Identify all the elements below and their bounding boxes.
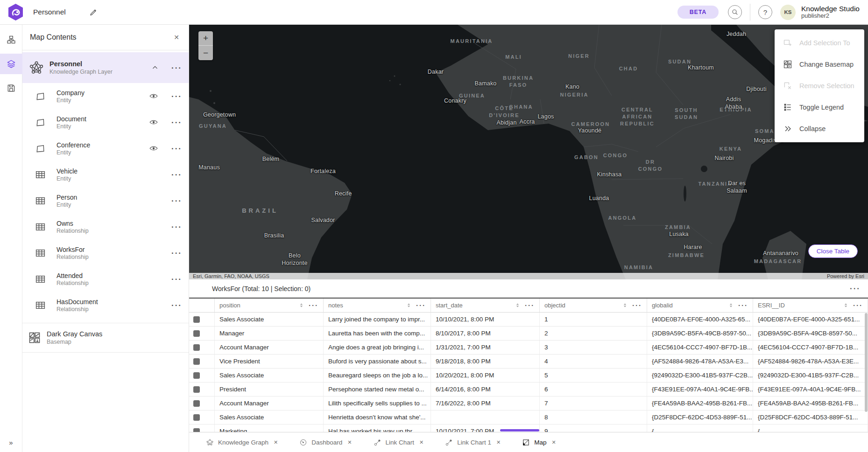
column-options-icon[interactable]: ··· bbox=[309, 302, 318, 309]
sort-icon[interactable] bbox=[515, 302, 521, 309]
column-header-start_date: start_date··· bbox=[431, 299, 540, 312]
zoom-in-button[interactable]: + bbox=[198, 31, 213, 46]
layer-options-icon[interactable]: ··· bbox=[171, 92, 182, 100]
column-options-icon[interactable]: ··· bbox=[525, 302, 535, 309]
table-icon bbox=[35, 195, 46, 207]
sort-icon[interactable] bbox=[622, 302, 628, 309]
table-row[interactable]: Sales AssociateLarry joined the company … bbox=[189, 313, 868, 327]
table-row[interactable]: Vice PresidentBuford is very passionate … bbox=[189, 355, 868, 369]
row-checkbox[interactable] bbox=[193, 316, 200, 323]
table-options-icon[interactable]: ··· bbox=[850, 285, 861, 292]
layer-row-conference[interactable]: ConferenceEntity··· bbox=[22, 135, 189, 161]
attribute-table: WorksFor (Total: 10 | Selection: 0) ··· … bbox=[189, 279, 868, 432]
close-table-button[interactable]: Close Table bbox=[808, 244, 858, 258]
table-row[interactable]: Account ManagerAngie does a great job br… bbox=[189, 341, 868, 355]
table-cell: {... bbox=[753, 424, 868, 432]
search-button[interactable] bbox=[728, 5, 742, 19]
layer-row-attended[interactable]: AttendedRelationship··· bbox=[22, 266, 189, 292]
main-region: » Map Contents ✕ Personnel Knowledge Gra… bbox=[0, 25, 868, 452]
row-checkbox[interactable] bbox=[193, 358, 200, 365]
close-panel-icon[interactable]: ✕ bbox=[172, 32, 181, 43]
table-row[interactable]: Sales AssociateBeauregard sleeps on the … bbox=[189, 369, 868, 382]
tab-link-chart[interactable]: Link Chart✕ bbox=[363, 432, 435, 452]
column-options-icon[interactable]: ··· bbox=[738, 302, 748, 309]
table-vertical-scrollbar[interactable] bbox=[865, 313, 868, 431]
save-button[interactable] bbox=[0, 78, 22, 98]
user-avatar[interactable]: KS bbox=[780, 5, 796, 20]
dashboard-tab-icon bbox=[299, 438, 307, 446]
layer-options-icon[interactable]: ··· bbox=[171, 249, 182, 257]
table-cell: {F43E91EE-097A-40A1-9C4E-9FB... bbox=[753, 382, 868, 396]
tab-close-icon[interactable]: ✕ bbox=[495, 438, 501, 446]
layer-options-icon[interactable]: ··· bbox=[171, 145, 182, 153]
zoom-out-button[interactable]: − bbox=[198, 46, 213, 60]
knowledge-graph-layer-icon bbox=[29, 60, 44, 75]
table-row[interactable]: ManagerLauretta has been with the comp..… bbox=[189, 327, 868, 341]
sort-icon[interactable] bbox=[406, 302, 412, 309]
layer-row-hasdocument[interactable]: HasDocumentRelationship··· bbox=[22, 292, 189, 318]
layer-row-person[interactable]: PersonEntity··· bbox=[22, 188, 189, 214]
table-row[interactable]: Sales AssociateHenrietta doesn't know wh… bbox=[189, 410, 868, 424]
tab-label: Dashboard bbox=[311, 439, 342, 446]
table-row[interactable]: PresidentPersephone started new metal o.… bbox=[189, 382, 868, 396]
layer-row-company[interactable]: CompanyEntity··· bbox=[22, 83, 189, 109]
sort-icon[interactable] bbox=[298, 302, 304, 309]
row-checkbox[interactable] bbox=[193, 372, 200, 379]
vertical-scroll-thumb[interactable] bbox=[865, 313, 868, 412]
table-cell: President bbox=[215, 382, 324, 396]
column-options-icon[interactable]: ··· bbox=[632, 302, 642, 309]
tab-close-icon[interactable]: ✕ bbox=[551, 438, 557, 446]
expand-rail-button[interactable]: » bbox=[3, 433, 18, 452]
table-header-checkbox-cell bbox=[189, 299, 215, 312]
tab-link-chart-1[interactable]: Link Chart 1✕ bbox=[435, 432, 512, 452]
row-checkbox[interactable] bbox=[193, 386, 200, 393]
column-options-icon[interactable]: ··· bbox=[416, 302, 426, 309]
row-checkbox[interactable] bbox=[193, 344, 200, 351]
layer-row-worksfor[interactable]: WorksForRelationship··· bbox=[22, 240, 189, 266]
layer-options-icon[interactable]: ··· bbox=[171, 301, 182, 309]
layer-options-icon[interactable]: ··· bbox=[171, 118, 182, 126]
edit-title-icon[interactable] bbox=[89, 8, 98, 16]
map-canvas[interactable]: GUYANABRAZILBOLIVIAMAURITANIAMALINIGERCH… bbox=[189, 25, 868, 279]
row-checkbox[interactable] bbox=[193, 414, 200, 421]
horizontal-scroll-thumb[interactable] bbox=[500, 429, 539, 431]
tab-close-icon[interactable]: ✕ bbox=[273, 438, 279, 446]
sort-icon[interactable] bbox=[843, 302, 849, 309]
visibility-eye-icon[interactable] bbox=[149, 144, 158, 153]
visibility-eye-icon[interactable] bbox=[149, 118, 158, 127]
table-cell: 2 bbox=[540, 327, 647, 340]
tab-knowledge-graph[interactable]: Knowledge Graph✕ bbox=[196, 432, 289, 452]
table-row[interactable]: Account ManagerLilith specifically sells… bbox=[189, 396, 868, 410]
basemap-row[interactable]: Dark Gray Canvas Basemap bbox=[22, 323, 189, 352]
layer-row-document[interactable]: DocumentEntity··· bbox=[22, 109, 189, 135]
menu-item-change-basemap[interactable]: Change Basemap bbox=[775, 54, 864, 75]
sort-icon[interactable] bbox=[728, 302, 734, 309]
layer-row-owns[interactable]: OwnsRelationship··· bbox=[22, 214, 189, 240]
layer-group-options-icon[interactable]: ··· bbox=[171, 64, 182, 72]
row-checkbox[interactable] bbox=[193, 428, 200, 432]
visibility-eye-icon[interactable] bbox=[149, 91, 158, 101]
layer-options-icon[interactable]: ··· bbox=[171, 197, 182, 205]
chevron-up-icon[interactable] bbox=[151, 63, 159, 72]
map-options-menu: Add Selection ToChange BasemapRemove Sel… bbox=[775, 29, 864, 142]
layer-name: WorksFor bbox=[56, 246, 149, 253]
layer-options-icon[interactable]: ··· bbox=[171, 275, 182, 283]
table-cell: {D25F8DCF-62DC-4D53-889F-51... bbox=[753, 410, 868, 424]
help-button[interactable]: ? bbox=[758, 5, 772, 19]
menu-item-toggle-legend[interactable]: Toggle Legend bbox=[775, 97, 864, 118]
layer-group-personnel[interactable]: Personnel Knowledge Graph Layer ··· bbox=[22, 52, 189, 83]
row-checkbox[interactable] bbox=[193, 330, 200, 337]
tab-dashboard[interactable]: Dashboard✕ bbox=[289, 432, 363, 452]
row-checkbox-cell bbox=[189, 355, 215, 368]
layer-row-vehicle[interactable]: VehicleEntity··· bbox=[22, 161, 189, 188]
menu-item-collapse[interactable]: Collapse bbox=[775, 118, 864, 139]
column-options-icon[interactable]: ··· bbox=[853, 302, 863, 309]
layer-options-icon[interactable]: ··· bbox=[171, 171, 182, 179]
tab-close-icon[interactable]: ✕ bbox=[346, 438, 353, 446]
tab-close-icon[interactable]: ✕ bbox=[418, 438, 424, 446]
layer-options-icon[interactable]: ··· bbox=[171, 223, 182, 231]
layers-button[interactable] bbox=[0, 54, 22, 74]
data-model-button[interactable] bbox=[0, 29, 22, 50]
row-checkbox[interactable] bbox=[193, 400, 200, 407]
tab-map[interactable]: Map✕ bbox=[512, 432, 567, 452]
